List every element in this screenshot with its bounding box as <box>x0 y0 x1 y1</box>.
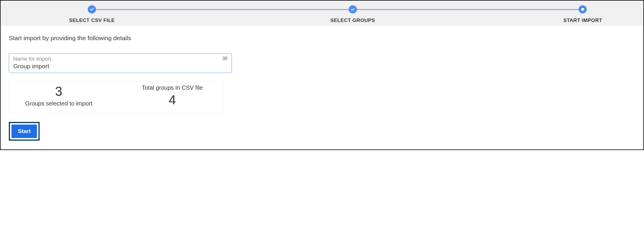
stepper: SELECT CSV FILE SELECT GROUPS START IMPO… <box>1 1 643 26</box>
step-select-csv[interactable]: SELECT CSV FILE <box>15 5 169 23</box>
step-label: SELECT GROUPS <box>331 18 375 23</box>
start-button-highlight: Start <box>9 122 40 141</box>
import-name-field-wrapper[interactable]: Name for import 38 <box>9 53 232 73</box>
step-start-import[interactable]: START IMPORT <box>537 5 629 23</box>
stat-total-groups: Total groups in CSV file 4 <box>115 81 224 113</box>
stats-row: 3 Groups selected to import Total groups… <box>9 81 635 113</box>
current-step-icon <box>579 5 587 13</box>
stat-selected-groups: 3 Groups selected to import <box>9 81 117 113</box>
content-area: Start import by providing the following … <box>1 26 643 149</box>
import-name-input[interactable] <box>13 63 227 70</box>
stat-label: Groups selected to import <box>15 100 102 107</box>
step-select-groups[interactable]: SELECT GROUPS <box>169 5 537 23</box>
check-icon <box>88 5 96 13</box>
start-button[interactable]: Start <box>11 125 37 138</box>
instruction-text: Start import by providing the following … <box>9 35 635 42</box>
stat-label: Total groups in CSV file <box>127 84 218 91</box>
import-wizard-container: SELECT CSV FILE SELECT GROUPS START IMPO… <box>0 0 644 150</box>
stat-number: 4 <box>127 93 218 107</box>
stat-number: 3 <box>15 84 102 98</box>
char-counter: 38 <box>222 56 227 61</box>
check-icon <box>349 5 357 13</box>
step-label: START IMPORT <box>563 18 602 23</box>
input-label: Name for import <box>13 56 227 62</box>
step-label: SELECT CSV FILE <box>69 18 115 23</box>
